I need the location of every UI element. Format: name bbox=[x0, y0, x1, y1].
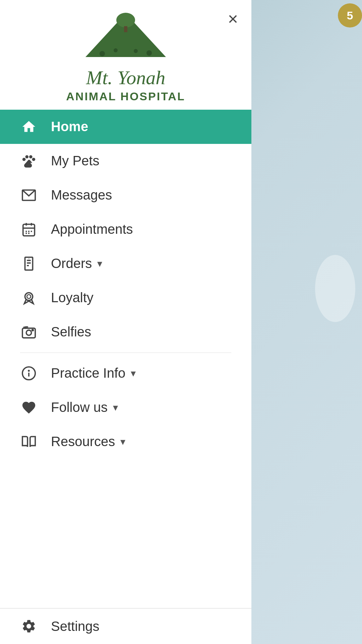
nav-label-settings: Settings bbox=[51, 619, 100, 634]
nav-item-home[interactable]: Home bbox=[0, 110, 251, 144]
loyalty-icon bbox=[17, 290, 41, 306]
nav-item-practice-info[interactable]: Practice Info ▾ bbox=[0, 356, 251, 390]
practice-info-arrow-icon: ▾ bbox=[131, 367, 136, 379]
svg-point-7 bbox=[22, 158, 26, 161]
settings-icon bbox=[17, 619, 41, 634]
close-button[interactable]: × bbox=[228, 10, 238, 28]
logo-text-sub: Animal Hospital bbox=[66, 90, 185, 103]
selfies-icon: ✦ bbox=[17, 324, 41, 340]
svg-rect-20 bbox=[28, 232, 29, 234]
nav-label-my-pets: My Pets bbox=[51, 153, 99, 168]
nav-label-home: Home bbox=[51, 119, 88, 134]
resources-arrow-icon: ▾ bbox=[120, 436, 125, 447]
svg-rect-12 bbox=[23, 224, 35, 236]
follow-us-icon bbox=[17, 400, 41, 415]
svg-rect-16 bbox=[25, 231, 27, 232]
nav-item-appointments[interactable]: Appointments bbox=[0, 212, 251, 247]
svg-rect-18 bbox=[31, 231, 32, 232]
nav-label-messages: Messages bbox=[51, 187, 112, 203]
navigation-drawer: × Mt. Yonah Animal Hospital bbox=[0, 0, 251, 644]
svg-point-10 bbox=[32, 158, 36, 161]
nav-item-settings[interactable]: Settings bbox=[0, 608, 251, 644]
practice-info-icon bbox=[17, 366, 41, 381]
nav-label-practice-info: Practice Info bbox=[51, 366, 125, 381]
svg-point-30 bbox=[32, 329, 34, 331]
svg-point-5 bbox=[114, 48, 118, 52]
floating-decoration bbox=[315, 255, 355, 322]
nav-list: Home My Pets Me bbox=[0, 110, 251, 608]
nav-item-loyalty[interactable]: Loyalty bbox=[0, 281, 251, 315]
nav-item-selfies[interactable]: ✦ Selfies bbox=[0, 315, 251, 349]
svg-point-4 bbox=[146, 50, 152, 56]
nav-label-selfies: Selfies bbox=[51, 324, 91, 339]
orders-arrow-icon: ▾ bbox=[97, 258, 102, 269]
svg-text:+: + bbox=[28, 257, 30, 260]
svg-point-9 bbox=[29, 155, 33, 159]
nav-item-follow-us[interactable]: Follow us ▾ bbox=[0, 390, 251, 425]
nav-label-appointments: Appointments bbox=[51, 222, 133, 237]
notification-badge[interactable]: 5 bbox=[338, 3, 362, 28]
logo-area: Mt. Yonah Animal Hospital bbox=[0, 0, 251, 110]
svg-point-29 bbox=[26, 330, 31, 335]
logo-icon bbox=[69, 10, 183, 64]
nav-item-my-pets[interactable]: My Pets bbox=[0, 144, 251, 178]
svg-text:✦: ✦ bbox=[22, 325, 26, 329]
svg-point-6 bbox=[134, 49, 138, 53]
logo: Mt. Yonah Animal Hospital bbox=[66, 10, 185, 103]
svg-rect-2 bbox=[124, 26, 127, 32]
svg-point-8 bbox=[25, 155, 28, 159]
nav-label-orders: Orders bbox=[51, 256, 92, 271]
nav-label-loyalty: Loyalty bbox=[51, 290, 94, 305]
nav-item-resources[interactable]: Resources ▾ bbox=[0, 425, 251, 459]
resources-icon bbox=[17, 434, 41, 449]
appointments-icon bbox=[17, 222, 41, 237]
nav-label-follow-us: Follow us bbox=[51, 400, 108, 415]
home-icon bbox=[17, 119, 41, 135]
paw-icon bbox=[17, 153, 41, 169]
svg-rect-17 bbox=[28, 231, 29, 232]
nav-divider bbox=[20, 353, 231, 353]
messages-icon bbox=[17, 187, 41, 203]
nav-label-resources: Resources bbox=[51, 434, 115, 449]
follow-us-arrow-icon: ▾ bbox=[113, 401, 118, 413]
nav-item-messages[interactable]: Messages bbox=[0, 178, 251, 212]
svg-point-27 bbox=[27, 294, 31, 299]
svg-point-3 bbox=[100, 51, 105, 56]
nav-item-orders[interactable]: + Orders ▾ bbox=[0, 247, 251, 281]
logo-text-main: Mt. Yonah bbox=[86, 67, 165, 89]
svg-rect-19 bbox=[25, 232, 27, 234]
orders-icon: + bbox=[17, 256, 41, 271]
svg-point-1 bbox=[116, 13, 135, 28]
